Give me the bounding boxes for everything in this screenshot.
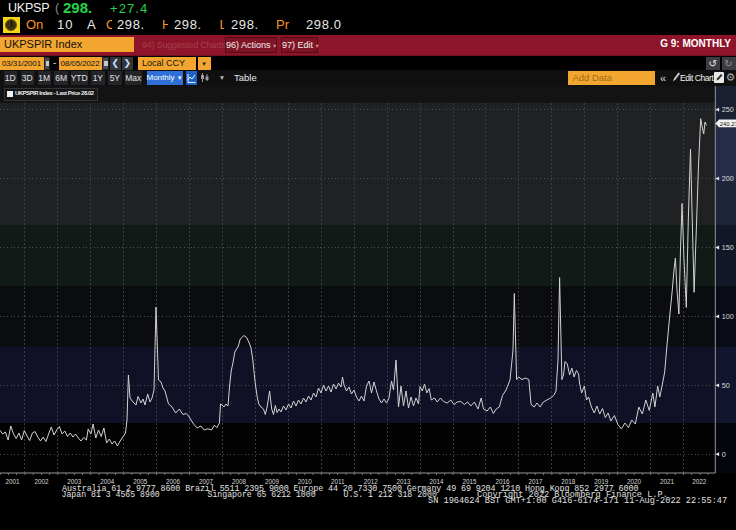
- svg-text:2021: 2021: [660, 478, 675, 485]
- svg-text:240.27: 240.27: [720, 121, 736, 127]
- svg-text:50: 50: [722, 381, 730, 390]
- svg-text:200: 200: [722, 174, 734, 183]
- svg-text:100: 100: [722, 312, 734, 321]
- svg-text:250: 250: [722, 105, 734, 114]
- svg-text:2001: 2001: [5, 478, 20, 485]
- svg-text:2002: 2002: [34, 478, 49, 485]
- svg-text:2022: 2022: [692, 478, 707, 485]
- svg-text:0: 0: [722, 450, 726, 459]
- svg-text:150: 150: [722, 243, 734, 252]
